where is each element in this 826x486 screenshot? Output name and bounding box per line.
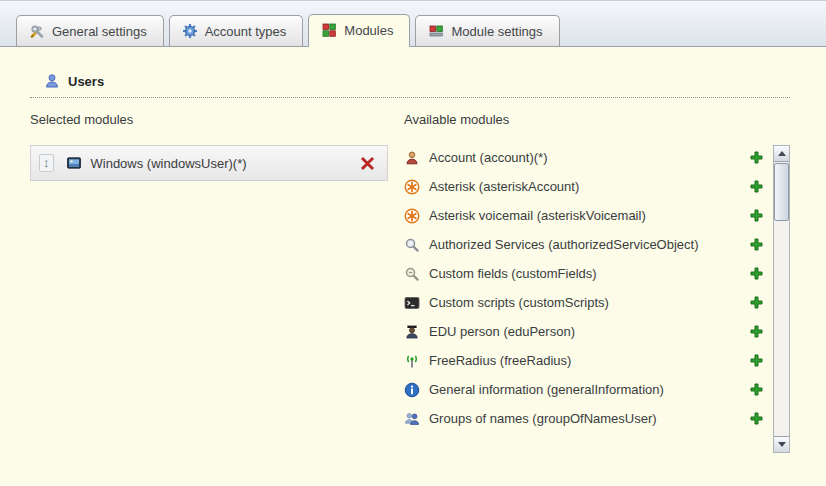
users-icon: [44, 73, 60, 89]
tools-icon: [29, 23, 45, 39]
add-plus-icon: [750, 296, 763, 309]
module-settings-icon: [428, 23, 444, 39]
available-module-row: Asterisk voicemail (asteriskVoicemail): [404, 201, 773, 230]
available-modules-scrollbar: [773, 145, 790, 453]
account-icon: [404, 150, 420, 166]
tab-module-settings[interactable]: Module settings: [415, 15, 559, 46]
add-module-button[interactable]: [750, 238, 763, 251]
tab-label: Modules: [344, 23, 393, 38]
add-plus-icon: [750, 238, 763, 251]
add-module-button[interactable]: [750, 151, 763, 164]
custom-fields-icon: [404, 266, 420, 282]
available-module-row: General information (generalInformation): [404, 375, 773, 404]
general-information-icon: [404, 382, 420, 398]
section-title: Users: [68, 74, 104, 89]
authorized-services-icon: [404, 237, 420, 253]
module-label: Account (account)(*): [429, 150, 548, 165]
freeradius-icon: [404, 353, 420, 369]
scrollbar-track[interactable]: [774, 162, 789, 436]
add-plus-icon: [750, 209, 763, 222]
tab-label: Module settings: [451, 24, 542, 39]
edu-person-icon: [404, 324, 420, 340]
asterisk-voicemail-icon: [404, 208, 420, 224]
available-module-row: Groups of names (groupOfNamesUser): [404, 404, 773, 433]
add-module-button[interactable]: [750, 209, 763, 222]
add-plus-icon: [750, 325, 763, 338]
selected-module-row: ↕ Windows (windowsUser)(*): [30, 145, 388, 181]
available-module-row: Asterisk (asteriskAccount): [404, 172, 773, 201]
tab-modules[interactable]: Modules: [308, 14, 410, 47]
asterisk-icon: [404, 179, 420, 195]
module-label: Custom fields (customFields): [429, 266, 597, 281]
module-label: Groups of names (groupOfNamesUser): [429, 411, 657, 426]
selected-module-label: Windows (windowsUser)(*): [91, 156, 247, 171]
tab-account-types[interactable]: Account types: [169, 15, 304, 46]
available-module-row: Authorized Services (authorizedServiceOb…: [404, 230, 773, 259]
scrollbar-down-button[interactable]: [774, 436, 789, 452]
tab-general-settings[interactable]: General settings: [16, 15, 164, 46]
module-label: EDU person (eduPerson): [429, 324, 575, 339]
available-module-row: FreeRadius (freeRadius): [404, 346, 773, 375]
add-module-button[interactable]: [750, 354, 763, 367]
tab-strip: General settings Account types Modules: [0, 0, 826, 46]
add-module-button[interactable]: [750, 296, 763, 309]
available-modules-column: Available modules Account (account)(*): [404, 98, 790, 453]
module-label: Asterisk voicemail (asteriskVoicemail): [429, 208, 646, 223]
tab-label: Account types: [205, 24, 287, 39]
available-module-row: Account (account)(*): [404, 143, 773, 172]
add-plus-icon: [750, 354, 763, 367]
add-plus-icon: [750, 180, 763, 193]
custom-scripts-icon: [404, 295, 420, 311]
add-module-button[interactable]: [750, 383, 763, 396]
add-plus-icon: [750, 267, 763, 280]
add-module-button[interactable]: [750, 180, 763, 193]
add-plus-icon: [750, 151, 763, 164]
windows-module-icon: [66, 155, 82, 171]
gear-icon: [182, 23, 198, 39]
scrollbar-up-button[interactable]: [774, 146, 789, 162]
available-module-row: EDU person (eduPerson): [404, 317, 773, 346]
module-label: FreeRadius (freeRadius): [429, 353, 571, 368]
available-modules-heading: Available modules: [404, 112, 790, 127]
available-modules-list: Account (account)(*): [404, 143, 773, 453]
add-plus-icon: [750, 383, 763, 396]
add-module-button[interactable]: [750, 267, 763, 280]
selected-modules-heading: Selected modules: [30, 112, 388, 127]
add-plus-icon: [750, 412, 763, 425]
module-label: Asterisk (asteriskAccount): [429, 179, 579, 194]
arrow-down-icon: [778, 442, 786, 447]
drag-handle-icon[interactable]: ↕: [39, 154, 54, 172]
arrow-up-icon: [778, 151, 786, 156]
modules-panel: Users Selected modules ↕ Windows (window…: [0, 46, 826, 486]
module-label: Custom scripts (customScripts): [429, 295, 609, 310]
tab-label: General settings: [52, 24, 147, 39]
delete-x-icon: [360, 156, 375, 171]
groups-of-names-icon: [404, 411, 420, 427]
scrollbar-thumb[interactable]: [774, 163, 789, 221]
add-module-button[interactable]: [750, 412, 763, 425]
remove-module-button[interactable]: [360, 156, 375, 171]
available-module-row: Custom fields (customFields): [404, 259, 773, 288]
available-module-row: Custom scripts (customScripts): [404, 288, 773, 317]
section-header-users: Users: [30, 73, 790, 98]
module-label: Authorized Services (authorizedServiceOb…: [429, 237, 699, 252]
add-module-button[interactable]: [750, 325, 763, 338]
modules-icon: [321, 22, 337, 38]
module-label: General information (generalInformation): [429, 382, 664, 397]
selected-modules-column: Selected modules ↕ Windows (windowsUser)…: [30, 98, 388, 453]
